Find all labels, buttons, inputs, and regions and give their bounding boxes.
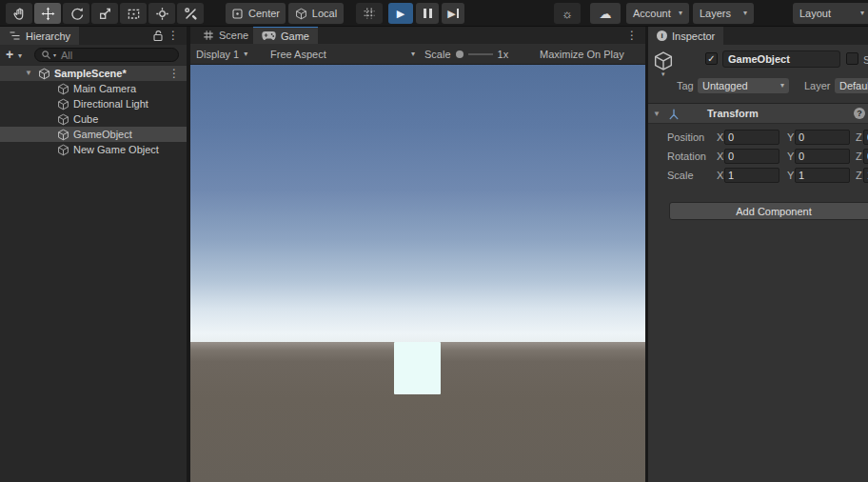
game-viewport[interactable] xyxy=(190,65,645,482)
tab-inspector[interactable]: i Inspector xyxy=(648,27,723,45)
search-placeholder: All xyxy=(61,50,72,61)
foldout-icon[interactable]: ▼ xyxy=(25,70,32,77)
axis-z-label: Z xyxy=(856,170,862,181)
layout-label: Layout xyxy=(799,8,831,19)
header-cube-caret-icon[interactable]: ▾ xyxy=(661,70,665,77)
account-label: Account xyxy=(633,8,671,19)
tab-scene[interactable]: Scene xyxy=(194,27,257,44)
scale-z-input[interactable] xyxy=(863,168,868,183)
position-label: Position xyxy=(667,131,704,143)
tab-hierarchy[interactable]: Hierarchy xyxy=(0,27,79,45)
unity-editor-window: Center Local ▶ ▶ ☼ ☁ Account ▾ Layers xyxy=(0,0,868,482)
rotation-z-input[interactable] xyxy=(863,149,868,164)
transform-title: Transform xyxy=(707,108,759,119)
position-x-input[interactable] xyxy=(724,130,779,145)
pivot-center-label: Center xyxy=(248,8,280,19)
rotation-y-input[interactable] xyxy=(795,149,850,164)
hierarchy-item-new-game-object[interactable]: New Game Object xyxy=(0,142,187,157)
viewport-cube xyxy=(394,342,441,394)
add-object-caret-icon[interactable]: ▾ xyxy=(18,52,22,60)
tag-label: Tag xyxy=(677,80,694,91)
scale-tool-button[interactable] xyxy=(91,3,118,24)
grid-snapping-button[interactable] xyxy=(356,3,383,24)
scale-slider[interactable]: Scale 1x xyxy=(424,44,508,64)
sun-icon: ☼ xyxy=(562,8,573,20)
scale-slider-knob[interactable] xyxy=(456,50,464,58)
transform-component-icon xyxy=(667,108,681,121)
pivot-center-button[interactable]: Center xyxy=(226,3,286,24)
game-tab-label: Game xyxy=(281,30,309,42)
layer-label: Layer xyxy=(804,80,831,91)
static-label: Static xyxy=(863,54,868,66)
add-component-button[interactable]: Add Component xyxy=(669,202,868,220)
scale-slider-track[interactable] xyxy=(468,53,493,55)
hierarchy-item-main-camera[interactable]: Main Camera xyxy=(0,81,187,96)
add-object-button[interactable]: + xyxy=(6,47,13,62)
rotate-tool-button[interactable] xyxy=(63,3,89,24)
chevron-down-icon: ▾ xyxy=(860,10,864,17)
hierarchy-list-icon xyxy=(9,30,21,42)
layout-dropdown[interactable]: Layout ▾ xyxy=(793,3,868,24)
scene-menu-kebab[interactable]: ⋮ xyxy=(168,68,180,79)
layer-dropdown[interactable]: Default xyxy=(835,78,868,93)
foldout-icon[interactable]: ▼ xyxy=(653,110,661,118)
position-z-input[interactable] xyxy=(863,130,868,145)
layers-dropdown[interactable]: Layers ▾ xyxy=(693,3,754,24)
help-icon[interactable]: ? xyxy=(854,108,865,119)
unlock-icon[interactable] xyxy=(152,30,164,42)
chevron-down-icon: ▾ xyxy=(411,50,415,58)
rotate-icon xyxy=(69,7,84,21)
step-button[interactable]: ▶ xyxy=(442,3,464,24)
activity-sun-button[interactable]: ☼ xyxy=(554,3,581,24)
hierarchy-menu-kebab[interactable]: ⋮ xyxy=(168,30,179,41)
play-button[interactable]: ▶ xyxy=(388,3,413,24)
hierarchy-search-input[interactable]: ▾ All xyxy=(34,48,179,62)
position-y-input[interactable] xyxy=(795,130,850,145)
game-menu-kebab[interactable]: ⋮ xyxy=(626,30,638,41)
hierarchy-item-cube[interactable]: Cube xyxy=(0,111,187,127)
game-toolbar: Display 1 ▾ Free Aspect ▾ Scale 1x Maxim… xyxy=(190,44,645,65)
tag-dropdown[interactable]: Untagged ▾ xyxy=(698,78,789,93)
display-dropdown[interactable]: Display 1 ▾ xyxy=(196,44,247,64)
hand-tool-button[interactable] xyxy=(6,3,32,24)
scale-y-input[interactable] xyxy=(795,168,850,183)
inspector-tabbar: i Inspector xyxy=(648,27,868,45)
search-filter-caret-icon: ▾ xyxy=(53,52,56,58)
transform-header[interactable]: ▼ Transform ? xyxy=(648,103,868,124)
item-label: Directional Light xyxy=(73,98,148,110)
scale-label: Scale xyxy=(424,49,451,60)
scale-label: Scale xyxy=(667,170,694,181)
play-icon: ▶ xyxy=(397,9,404,19)
chevron-down-icon: ▾ xyxy=(780,82,784,90)
add-component-label: Add Component xyxy=(736,206,812,217)
tab-game[interactable]: Game xyxy=(253,27,318,44)
scene-grid-icon xyxy=(203,30,214,41)
aspect-dropdown[interactable]: Free Aspect ▾ xyxy=(270,44,415,64)
account-dropdown[interactable]: Account ▾ xyxy=(626,3,689,24)
hand-icon xyxy=(12,7,27,21)
scale-x-input[interactable] xyxy=(724,168,779,183)
axis-z-label: Z xyxy=(856,131,862,143)
pause-button[interactable] xyxy=(416,3,439,24)
object-name-input[interactable] xyxy=(722,50,840,68)
gameobject-header-cube-icon xyxy=(653,50,674,71)
move-tool-button[interactable] xyxy=(34,3,61,24)
pivot-local-button[interactable]: Local xyxy=(288,3,344,24)
static-checkbox[interactable] xyxy=(846,52,858,65)
custom-tools-button[interactable] xyxy=(177,3,204,24)
item-label: New Game Object xyxy=(73,144,159,155)
chevron-down-icon: ▾ xyxy=(244,50,247,58)
scale-value: 1x xyxy=(498,49,509,60)
active-checkbox[interactable]: ✓ xyxy=(705,52,718,65)
hierarchy-tree: ▼ SampleScene* ⋮ Main Camera Directional… xyxy=(0,66,187,482)
cloud-services-button[interactable]: ☁ xyxy=(590,3,621,24)
scene-row[interactable]: ▼ SampleScene* ⋮ xyxy=(0,66,187,81)
chevron-down-icon: ▾ xyxy=(679,10,682,17)
maximize-on-play-toggle[interactable]: Maximize On Play xyxy=(540,44,624,64)
transform-tool-button[interactable] xyxy=(148,3,175,24)
hierarchy-item-directional-light[interactable]: Directional Light xyxy=(0,96,187,111)
rect-tool-button[interactable] xyxy=(120,3,147,24)
hierarchy-item-gameobject[interactable]: GameObject xyxy=(0,127,187,142)
rotation-x-input[interactable] xyxy=(724,149,779,164)
gameobject-cube-icon xyxy=(57,113,69,126)
